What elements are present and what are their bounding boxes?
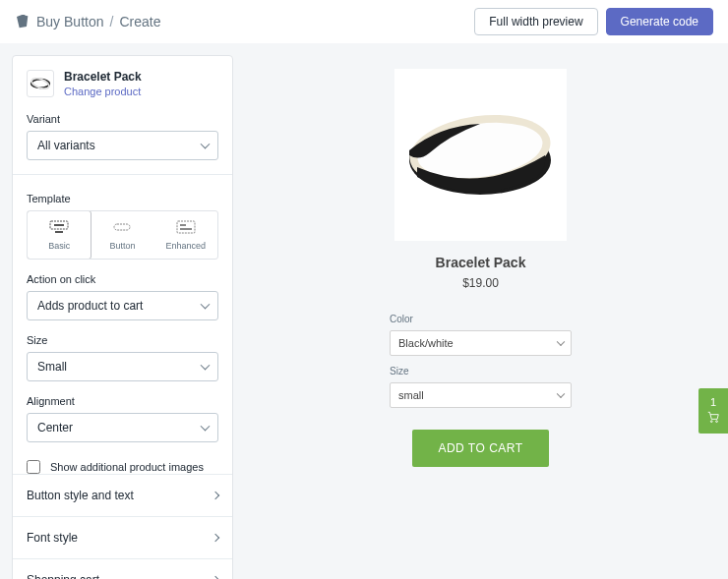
accordion-button-style[interactable]: Button style and text	[13, 474, 232, 516]
action-value: Adds product to cart	[27, 291, 218, 320]
accordion-shopping-cart-label: Shopping cart	[27, 573, 99, 579]
svg-rect-8	[180, 228, 192, 230]
svg-rect-5	[114, 224, 130, 230]
svg-point-14	[716, 420, 718, 422]
template-options: Basic Button Enhanced	[27, 210, 218, 260]
breadcrumb-current: Create	[119, 14, 160, 29]
breadcrumb-parent[interactable]: Buy Button	[36, 14, 104, 29]
template-basic-label: Basic	[48, 241, 70, 251]
topbar-actions: Full width preview Generate code	[474, 8, 713, 35]
preview-size-value: small	[390, 382, 572, 408]
template-enhanced[interactable]: Enhanced	[154, 211, 217, 259]
svg-point-13	[710, 420, 712, 422]
accordion-button-style-label: Button style and text	[27, 489, 134, 502]
accordion-shopping-cart[interactable]: Shopping cart	[13, 558, 232, 579]
show-images-row: Show additional product images	[27, 460, 218, 474]
add-to-cart-button[interactable]: ADD TO CART	[412, 430, 548, 467]
preview-area: Bracelet Pack $19.00 Color Black/white S…	[245, 55, 716, 467]
cart-icon	[706, 410, 720, 427]
action-label: Action on click	[27, 273, 218, 285]
preview-color-value: Black/white	[390, 330, 572, 356]
chevron-right-icon	[212, 534, 219, 542]
preview-product-title: Bracelet Pack	[436, 255, 526, 270]
template-button-icon	[110, 219, 134, 235]
template-button[interactable]: Button	[91, 211, 153, 259]
breadcrumb-separator: /	[110, 14, 114, 29]
settings-panel: Bracelet Pack Change product Variant All…	[12, 55, 233, 579]
preview-color-label: Color	[390, 314, 572, 324]
action-select[interactable]: Adds product to cart	[27, 291, 218, 320]
svg-rect-7	[180, 224, 186, 226]
size-label: Size	[27, 334, 218, 346]
product-image	[394, 69, 567, 241]
svg-point-1	[30, 77, 51, 91]
divider	[13, 174, 232, 175]
template-basic[interactable]: Basic	[27, 210, 91, 260]
generate-code-button[interactable]: Generate code	[606, 8, 713, 35]
template-button-label: Button	[109, 241, 135, 251]
accordion-font-style[interactable]: Font style	[13, 516, 232, 558]
top-bar: Buy Button / Create Full width preview G…	[0, 0, 728, 43]
svg-rect-3	[54, 224, 64, 226]
chevron-right-icon	[212, 492, 219, 499]
preview-size-label: Size	[390, 366, 572, 376]
preview-size-select[interactable]: small	[390, 382, 572, 408]
alignment-value: Center	[27, 413, 218, 442]
accordion-font-style-label: Font style	[27, 531, 78, 545]
product-header: Bracelet Pack Change product	[27, 70, 218, 97]
preview-product-price: $19.00	[462, 276, 499, 290]
variant-value: All variants	[27, 131, 218, 160]
product-name: Bracelet Pack	[64, 70, 142, 84]
template-enhanced-icon	[174, 219, 198, 235]
svg-rect-4	[55, 231, 63, 233]
template-basic-icon	[47, 219, 71, 235]
size-select[interactable]: Small	[27, 352, 218, 381]
product-thumbnail	[27, 70, 54, 97]
variant-label: Variant	[27, 113, 218, 125]
template-label: Template	[27, 193, 218, 204]
show-images-checkbox[interactable]	[27, 460, 40, 474]
show-images-label: Show additional product images	[50, 461, 204, 473]
variant-select[interactable]: All variants	[27, 131, 218, 160]
breadcrumb: Buy Button / Create	[15, 13, 160, 31]
alignment-label: Alignment	[27, 395, 218, 407]
size-value: Small	[27, 352, 218, 381]
template-enhanced-label: Enhanced	[166, 241, 207, 251]
alignment-select[interactable]: Center	[27, 413, 218, 442]
preview-color-select[interactable]: Black/white	[390, 330, 572, 356]
cart-count: 1	[710, 396, 716, 408]
change-product-link[interactable]: Change product	[64, 86, 142, 97]
shopify-logo-icon	[15, 13, 30, 31]
cart-float[interactable]: 1	[698, 388, 728, 434]
full-width-preview-button[interactable]: Full width preview	[474, 8, 597, 35]
svg-point-0	[31, 80, 50, 88]
svg-rect-6	[177, 221, 195, 233]
